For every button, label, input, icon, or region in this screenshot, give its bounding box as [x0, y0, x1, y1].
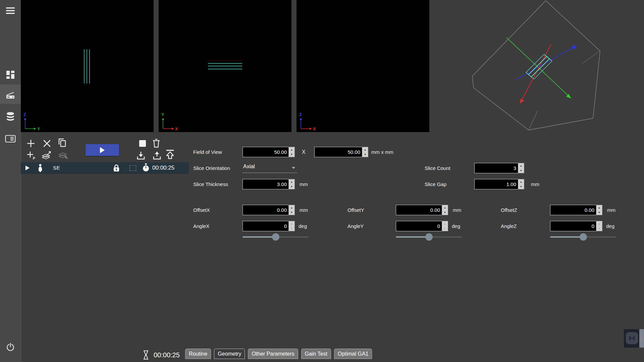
add-icon[interactable] [26, 139, 35, 149]
angle-z-spinner[interactable] [596, 221, 602, 231]
axis-label-vertical: Z [299, 112, 302, 117]
delete-icon[interactable] [152, 138, 161, 149]
axis-label-horizontal: X [313, 126, 316, 131]
offset-y-label: OffsetY [347, 205, 364, 215]
angle-y-label: AngleY [347, 221, 364, 231]
slice-lines-overlay: Y X [159, 0, 291, 132]
viewport-sagittal[interactable]: Z Y [21, 0, 154, 132]
axis-label-horizontal: X [175, 126, 178, 131]
angle-y-spinner[interactable] [442, 221, 448, 231]
tab-routine[interactable]: Routine [185, 349, 211, 359]
parameter-tabs: Routine Geometry Other Parameters Gain T… [185, 349, 372, 359]
patient-icon [38, 164, 43, 173]
slider-thumb[interactable] [425, 233, 433, 241]
3d-axes [506, 38, 577, 104]
layers-export-icon[interactable] [41, 150, 52, 162]
viewport-axial[interactable]: Z X [297, 0, 429, 132]
copy-icon[interactable] [57, 138, 67, 149]
fov-height-input[interactable] [314, 147, 362, 157]
slice-count-label: Slice Count [425, 163, 450, 173]
fov-unit: mm x mm [371, 147, 393, 157]
offset-x-input[interactable] [243, 205, 289, 215]
widget-drag-handle[interactable] [639, 329, 644, 348]
tab-optimal-ga1[interactable]: Optimal GA1 [334, 349, 372, 359]
offset-y-spinner[interactable] [442, 205, 448, 215]
fov-height-spinner[interactable] [362, 147, 368, 157]
offset-z-label: OffsetZ [501, 205, 517, 215]
tab-geometry[interactable]: Geometry [214, 349, 245, 359]
upload-icon[interactable] [152, 151, 162, 162]
play-button[interactable] [86, 144, 119, 156]
angle-z-input[interactable] [550, 221, 596, 231]
slice-thickness-unit: mm [300, 179, 308, 189]
offset-x-label: OffsetX [193, 205, 210, 215]
slice-thickness-input[interactable] [243, 179, 289, 189]
scan-timer: 00:00:25 [154, 350, 180, 360]
offset-z-spinner[interactable] [596, 205, 602, 215]
axis-label-vertical: Z [23, 112, 26, 117]
slider-thumb[interactable] [580, 233, 587, 241]
angle-x-spinner[interactable] [288, 221, 295, 231]
layers-edit-icon[interactable] [58, 150, 69, 162]
lock-icon[interactable] [113, 164, 120, 174]
menu-icon[interactable] [0, 7, 21, 14]
add-protocol-icon[interactable]: P [26, 150, 36, 161]
slice-lines-overlay: Z Y [21, 0, 154, 132]
slice-count-input[interactable] [474, 163, 518, 173]
fov-label: Field of View [193, 147, 222, 157]
hourglass-icon [142, 350, 150, 361]
3d-geometry-view[interactable] [470, 0, 610, 134]
offset-x-spinner[interactable] [288, 205, 295, 215]
database-icon[interactable] [0, 112, 21, 121]
stop-icon[interactable] [139, 140, 146, 148]
angle-x-slider[interactable] [243, 233, 309, 241]
slice-orientation-select[interactable]: Axial [243, 163, 297, 173]
records-icon[interactable] [0, 135, 21, 143]
slice-gap-unit: mm [531, 179, 539, 189]
power-icon[interactable] [0, 343, 21, 351]
offset-y-input[interactable] [396, 205, 442, 215]
handle-dot [641, 340, 642, 341]
download-icon[interactable] [136, 151, 146, 162]
slice-count-spinner[interactable] [518, 163, 524, 173]
sequence-play-icon[interactable] [25, 166, 30, 172]
handle-dot [641, 335, 642, 337]
app-screen: Z Y Y X Z X [0, 0, 644, 362]
svg-text:P: P [33, 157, 35, 160]
tab-other-parameters[interactable]: Other Parameters [248, 349, 298, 359]
stopwatch-icon [142, 163, 150, 174]
offset-z-unit: mm [607, 205, 615, 215]
chevron-down-icon [292, 167, 295, 169]
scanner-icon[interactable] [0, 91, 21, 99]
slice-gap-spinner[interactable] [518, 179, 524, 189]
sequence-row[interactable]: SE 00:00:25 [21, 162, 189, 174]
dashboard-icon[interactable] [0, 70, 21, 79]
angle-x-input[interactable] [243, 221, 289, 231]
tab-gain-test[interactable]: Gain Test [301, 349, 331, 359]
handle-dot [641, 338, 642, 339]
slice-gap-input[interactable] [474, 179, 518, 189]
remove-icon[interactable] [43, 139, 51, 149]
slice-gap-label: Slice Gap [425, 179, 446, 189]
angle-z-slider[interactable] [550, 233, 616, 241]
widget-logo-icon[interactable] [626, 332, 638, 344]
slice-orientation-label: Slice Orientation [193, 163, 230, 173]
viewport-coronal[interactable]: Y X [159, 0, 291, 132]
publish-icon[interactable] [164, 149, 176, 162]
play-icon [100, 147, 105, 153]
sequence-name: SE [53, 162, 60, 173]
axis-widget: Z X [299, 112, 316, 131]
angle-y-slider[interactable] [396, 233, 462, 241]
floating-widget[interactable] [624, 329, 644, 348]
fov-width-spinner[interactable] [288, 147, 295, 157]
angle-y-input[interactable] [396, 221, 442, 231]
slice-orientation-value: Axial [243, 164, 255, 170]
offset-y-unit: mm [453, 205, 461, 215]
marquee-select-icon[interactable] [129, 165, 136, 171]
offset-z-input[interactable] [550, 205, 596, 215]
slider-thumb[interactable] [272, 233, 279, 241]
slice-thickness-spinner[interactable] [288, 179, 295, 189]
angle-x-label: AngleX [193, 221, 209, 231]
fov-width-input[interactable] [243, 147, 289, 157]
slice-lines-overlay: Z X [297, 0, 429, 132]
